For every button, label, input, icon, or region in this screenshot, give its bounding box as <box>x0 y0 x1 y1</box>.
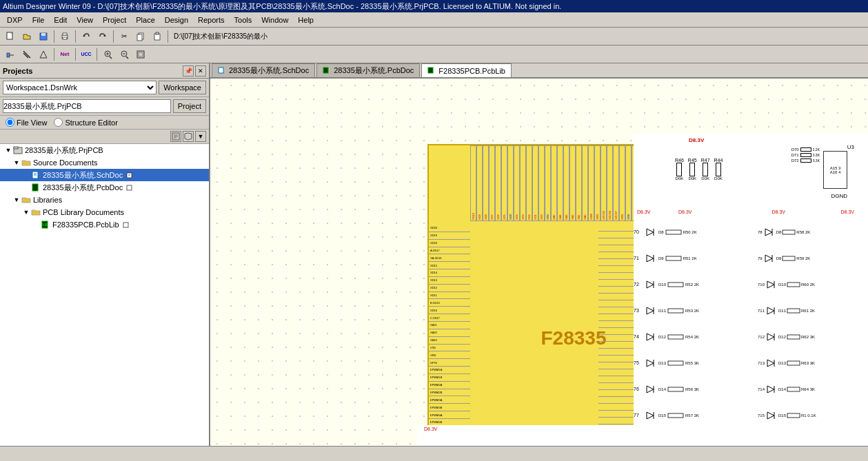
view-icon-dropdown[interactable]: ▼ <box>195 131 206 142</box>
rd-row-5: 712 D12 R62 3K <box>758 325 868 349</box>
rd8-comp: D15 <box>778 413 786 418</box>
tb2-net[interactable]: Net <box>57 47 72 62</box>
toolbar-btn-undo[interactable] <box>79 29 94 44</box>
tree-pcblib-docs-item[interactable]: ▼ PCB Library Documents <box>0 206 209 218</box>
toolbar-btn-open[interactable] <box>19 29 34 44</box>
tb2-btn-1[interactable] <box>3 47 18 62</box>
rd2-rval: R59 2K <box>796 256 810 260</box>
svg-rect-3 <box>41 33 46 36</box>
file-view-label[interactable]: File View <box>6 118 47 127</box>
pin-17-label: XA2 <box>569 145 576 221</box>
rd1-num: 78 <box>758 230 763 234</box>
pin-col-17: XA2 <box>569 145 576 225</box>
project-name-row: Project <box>0 97 209 116</box>
tb2-ucc[interactable]: UCC <box>79 47 94 62</box>
view-icon-btn-2[interactable] <box>183 131 194 142</box>
toolbar-btn-print[interactable] <box>57 29 72 44</box>
svg-rect-42 <box>123 223 128 227</box>
tab-pcbdoc[interactable]: 28335最小系统.PcbDoc <box>316 63 420 77</box>
menu-window[interactable]: Window <box>257 14 292 25</box>
path-label: D:\[07]技术创新\F28335的最小 <box>171 32 270 41</box>
right-schematic-area: D8.3V R46 D0K R45 D0K <box>634 134 868 446</box>
view-icons-row: ▼ <box>0 130 209 144</box>
tab-schdoc[interactable]: 28335最小系统.SchDoc <box>212 63 315 77</box>
panel-icon-close[interactable]: ✕ <box>195 65 206 76</box>
structure-editor-label[interactable]: Structure Editor <box>54 118 117 127</box>
workspace-select[interactable]: Workspace1.DsnWrk <box>3 81 157 94</box>
menu-design[interactable]: Design <box>161 14 192 25</box>
lpin-xa19: XA19 <box>429 337 470 345</box>
tree-expand-root[interactable]: ▼ <box>4 146 12 154</box>
tb2-btn-3[interactable] <box>36 47 51 62</box>
pin-col-14: XA5 <box>551 145 557 225</box>
tree-expand-libs[interactable]: ▼ <box>12 196 21 204</box>
rd1-sym <box>763 226 776 238</box>
structure-editor-radio[interactable] <box>54 118 63 127</box>
project-name-input[interactable] <box>3 99 171 113</box>
tree-pcbdoc-item[interactable]: 28335最小系统.PcbDoc <box>0 181 209 194</box>
menu-place[interactable]: Place <box>132 14 159 25</box>
tab-pcblib[interactable]: F28335PCB.PcbLib <box>421 63 512 77</box>
svg-text:LIB: LIB <box>43 223 48 227</box>
tree-area[interactable]: ▼ 28335最小系统.PrjPCB ▼ Source Documents <box>0 144 209 446</box>
tree-schdoc-item[interactable]: 28335最小系统.SchDoc <box>0 169 209 181</box>
d74-num: 74 <box>634 334 642 339</box>
r46-body <box>676 163 682 176</box>
pin-10-label: XD2 <box>526 145 532 221</box>
d77-sym <box>643 409 657 422</box>
menu-tools[interactable]: Tools <box>230 14 256 25</box>
lpin-c-xd17: C:XD17 <box>429 314 470 322</box>
r44-body <box>716 163 721 176</box>
svg-marker-17 <box>40 51 47 58</box>
pin-25-label: XRD <box>619 145 625 221</box>
tree-root-item[interactable]: ▼ 28335最小系统.PrjPCB <box>0 144 209 156</box>
view-icon-btn-1[interactable] <box>170 131 181 142</box>
tree-expand-source[interactable]: ▼ <box>12 158 21 167</box>
workspace-button[interactable]: Workspace <box>159 81 206 94</box>
toolbar-btn-save[interactable] <box>36 29 51 44</box>
panel-icon-pin[interactable]: 📌 <box>183 65 194 76</box>
content-area: 28335最小系统.SchDoc 28335最小系统.PcbDoc F28335… <box>210 63 868 446</box>
toolbar-btn-paste[interactable] <box>150 29 165 44</box>
menu-edit[interactable]: Edit <box>50 14 71 25</box>
tb2-sep-1 <box>54 48 54 61</box>
tree-libraries-item[interactable]: ▼ Libraries <box>0 194 209 206</box>
d73-rval: R53 2K <box>685 309 699 313</box>
pin-col-24: XZCS7 <box>613 145 619 225</box>
tab-pcbdoc-label: 28335最小系统.PcbDoc <box>334 65 414 76</box>
tb2-btn-fit[interactable] <box>133 47 148 62</box>
tree-source-docs-item[interactable]: ▼ Source Documents <box>0 156 209 169</box>
toolbar-btn-copy[interactable] <box>133 29 148 44</box>
canvas-area[interactable]: XD10 XD9 XD8 XD7 XD6 <box>210 79 868 446</box>
rd-row-4: 711 D11 R61 2K <box>758 298 868 322</box>
file-view-radio[interactable] <box>6 118 14 127</box>
tb2-btn-zoom-in[interactable] <box>100 47 115 62</box>
tb2-btn-2[interactable] <box>19 47 34 62</box>
toolbar-btn-redo[interactable] <box>95 29 110 44</box>
svg-rect-6 <box>63 37 67 39</box>
d76-resistor <box>667 386 684 393</box>
project-button[interactable]: Project <box>173 99 206 113</box>
menu-view[interactable]: View <box>72 14 97 25</box>
menu-reports[interactable]: Reports <box>194 14 229 25</box>
menu-help[interactable]: Help <box>294 14 318 25</box>
tree-expand-pcblib[interactable]: ▼ <box>22 208 30 216</box>
rd6-sym <box>765 357 778 369</box>
d74-row-full: 74 D12 R54 2K <box>634 325 699 349</box>
tree-pcblib-item[interactable]: LIB F28335PCB.PcbLib <box>0 218 209 231</box>
d73-resistor <box>667 307 684 314</box>
d71-label: D71 <box>791 153 799 157</box>
toolbar-btn-cut[interactable]: ✂ <box>117 29 132 44</box>
r44-label: R44 <box>714 158 723 163</box>
d73-sym <box>643 304 657 318</box>
menu-dxp[interactable]: DXP <box>3 14 27 25</box>
svg-rect-26 <box>139 52 143 57</box>
menu-project[interactable]: Project <box>99 14 130 25</box>
tb2-btn-zoom-out[interactable] <box>117 47 132 62</box>
toolbar-btn-new[interactable] <box>3 29 18 44</box>
menu-file[interactable]: File <box>28 14 49 25</box>
d71-sym <box>643 252 657 265</box>
rd2-sym <box>763 252 776 265</box>
rd7-res <box>787 387 800 392</box>
lpin-xd11: XD11 <box>429 292 470 300</box>
